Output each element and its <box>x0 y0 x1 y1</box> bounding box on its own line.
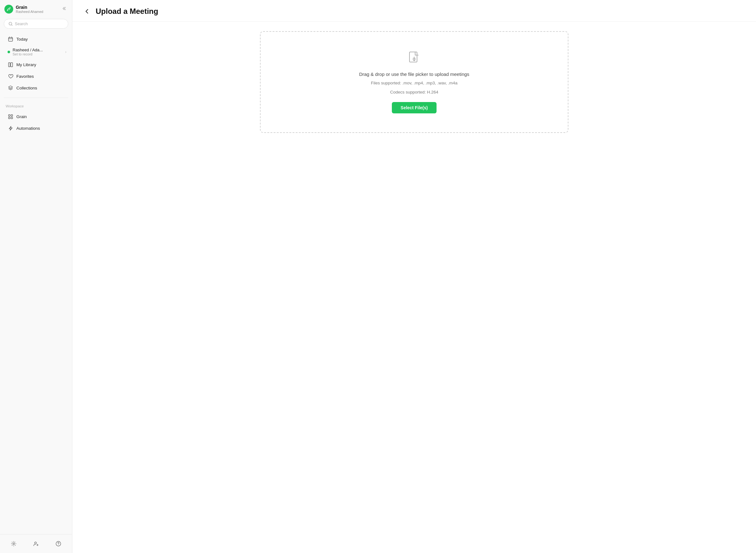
svg-point-9 <box>13 543 14 545</box>
back-button[interactable] <box>82 7 92 16</box>
sidebar: Grain Rasheed Ahamed Search <box>0 0 72 553</box>
chevron-right-icon: › <box>65 50 67 54</box>
library-icon <box>8 62 13 67</box>
svg-rect-2 <box>8 37 13 41</box>
brand-user: Rasheed Ahamed <box>16 10 43 13</box>
brand-info: Grain Rasheed Ahamed <box>4 5 43 13</box>
brand-logo-icon <box>4 5 13 13</box>
meeting-text: Rasheed / Ada... Set to record <box>13 48 43 56</box>
back-arrow-icon <box>84 8 90 14</box>
grid-icon <box>8 114 13 120</box>
svg-rect-5 <box>8 114 10 116</box>
sidebar-meeting-item[interactable]: Rasheed / Ada... Set to record › <box>3 45 70 59</box>
svg-rect-8 <box>11 117 13 119</box>
invite-button[interactable] <box>30 538 41 549</box>
sidebar-item-automations[interactable]: Automations <box>3 123 70 134</box>
brand-text: Grain Rasheed Ahamed <box>16 5 43 13</box>
favorites-label: Favorites <box>16 74 34 79</box>
svg-rect-3 <box>8 63 10 67</box>
help-circle-icon <box>56 541 61 547</box>
sidebar-collapse-button[interactable] <box>60 4 68 14</box>
collapse-icon <box>61 6 67 11</box>
svg-point-10 <box>34 542 36 544</box>
select-files-button[interactable]: Select File(s) <box>392 102 437 113</box>
person-add-icon <box>33 541 39 547</box>
sidebar-item-my-library[interactable]: My Library <box>3 59 70 70</box>
sidebar-footer <box>0 534 72 553</box>
brand-name: Grain <box>16 5 43 10</box>
sidebar-item-favorites[interactable]: Favorites <box>3 71 70 82</box>
heart-icon <box>8 73 13 79</box>
main-body: Drag & drop or use the file picker to up… <box>72 22 756 553</box>
upload-files-supported: Files supported: .mov, .mp4, .mp3, .wav,… <box>371 81 458 85</box>
sidebar-item-collections[interactable]: Collections <box>3 82 70 93</box>
gear-icon <box>11 541 17 547</box>
workspace-nav-section: Grain Automations <box>0 109 72 136</box>
my-library-label: My Library <box>16 62 36 67</box>
sidebar-item-today[interactable]: Today <box>3 33 70 45</box>
upload-zone[interactable]: Drag & drop or use the file picker to up… <box>260 31 568 133</box>
layers-icon <box>8 85 13 91</box>
svg-point-12 <box>58 545 59 545</box>
svg-rect-7 <box>8 117 10 119</box>
help-button[interactable] <box>53 538 64 549</box>
workspace-section-label: Workspace <box>0 100 72 109</box>
recording-status-dot <box>8 51 10 53</box>
collections-label: Collections <box>16 86 37 90</box>
settings-button[interactable] <box>8 538 19 549</box>
search-bar[interactable]: Search <box>4 19 68 29</box>
meeting-left: Rasheed / Ada... Set to record <box>8 48 43 56</box>
svg-rect-13 <box>409 52 417 62</box>
page-title: Upload a Meeting <box>96 7 158 16</box>
search-icon <box>8 22 13 26</box>
svg-rect-4 <box>11 63 13 67</box>
sidebar-item-grain[interactable]: Grain <box>3 111 70 122</box>
sidebar-divider <box>4 98 68 98</box>
meeting-sub: Set to record <box>13 52 43 56</box>
meeting-name: Rasheed / Ada... <box>13 48 43 52</box>
upload-file-icon <box>407 51 422 66</box>
zap-icon <box>8 125 13 131</box>
main-content: Upload a Meeting Drag & drop or use the … <box>72 0 756 553</box>
sidebar-header: Grain Rasheed Ahamed <box>0 0 72 17</box>
calendar-icon <box>8 36 13 42</box>
search-label: Search <box>15 21 28 26</box>
svg-point-0 <box>4 5 13 13</box>
svg-rect-6 <box>11 114 13 116</box>
main-header: Upload a Meeting <box>72 0 756 22</box>
automations-label: Automations <box>16 126 40 131</box>
upload-drag-text: Drag & drop or use the file picker to up… <box>359 72 469 77</box>
today-label: Today <box>16 37 28 42</box>
grain-workspace-label: Grain <box>16 114 27 119</box>
upload-codecs-supported: Codecs supported: H.264 <box>390 90 438 94</box>
nav-section: Today Rasheed / Ada... Set to record › M… <box>0 32 72 95</box>
